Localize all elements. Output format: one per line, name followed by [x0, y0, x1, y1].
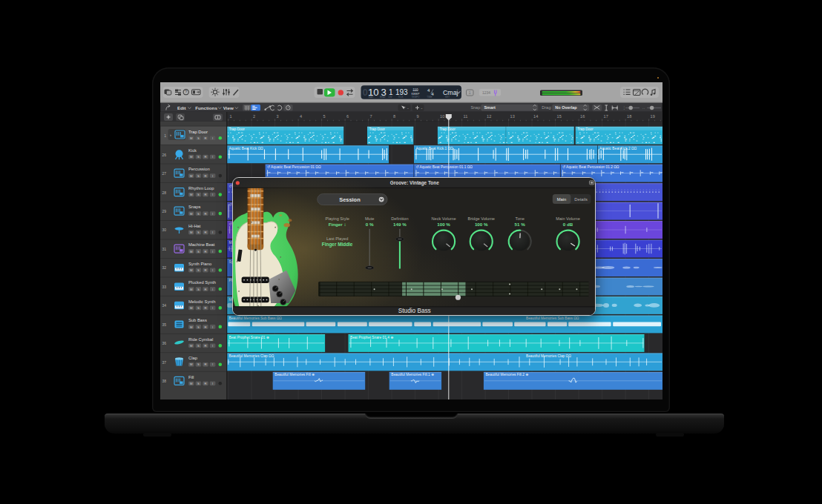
svg-text:Rhythm Loop: Rhythm Loop [188, 185, 214, 190]
svg-text:34: 34 [162, 303, 166, 308]
svg-text:I: I [212, 306, 213, 310]
svg-text:M: M [190, 173, 193, 177]
svg-text:⋮: ⋮ [622, 105, 626, 110]
svg-text:I: I [212, 231, 213, 234]
svg-text:?: ? [185, 90, 187, 94]
svg-text:S: S [197, 268, 200, 272]
svg-text:Groove: Vintage Tone: Groove: Vintage Tone [390, 180, 439, 186]
svg-text:I: I [212, 287, 213, 291]
svg-text:Cmaj: Cmaj [443, 89, 458, 96]
svg-text:Snap:: Snap: [470, 105, 481, 110]
svg-text:Last Played: Last Played [326, 236, 348, 240]
svg-text:KEY: KEY [445, 96, 450, 99]
svg-text:4: 4 [300, 114, 302, 119]
svg-text:0 dB: 0 dB [563, 222, 573, 227]
svg-text:0 %: 0 % [366, 222, 374, 227]
svg-text:R: R [204, 155, 206, 159]
svg-text:37: 37 [162, 359, 166, 364]
svg-text:30: 30 [162, 228, 166, 232]
svg-text:I: I [212, 155, 213, 159]
svg-text:Bridge Volume: Bridge Volume [468, 216, 495, 221]
svg-text:Fill: Fill [188, 374, 194, 379]
svg-text:19: 19 [651, 114, 655, 119]
svg-text:R: R [204, 211, 206, 215]
svg-text:Percussion: Percussion [188, 167, 210, 171]
svg-text:Beautiful Memories Fill.1 ⊕: Beautiful Memories Fill.1 ⊕ [391, 373, 434, 377]
svg-text:↔: ↔ [642, 106, 645, 110]
svg-text:1: 1 [230, 114, 232, 119]
svg-text:36: 36 [162, 341, 166, 345]
svg-text:Beautiful Memories Fill.2 ⊕: Beautiful Memories Fill.2 ⊕ [485, 373, 528, 377]
svg-text:Beautiful Memories Clap ΩΩ: Beautiful Memories Clap ΩΩ [229, 354, 274, 357]
svg-text:Details: Details [574, 197, 588, 202]
svg-text:Definition: Definition [391, 216, 408, 221]
svg-text:Session: Session [339, 196, 361, 203]
svg-text:I: I [212, 325, 213, 328]
svg-text:M: M [190, 268, 193, 272]
svg-text:35: 35 [162, 322, 166, 326]
svg-text:R: R [204, 136, 206, 139]
svg-text:M: M [190, 381, 193, 385]
svg-text:Edit: Edit [177, 105, 186, 110]
svg-text:Hi-Hat: Hi-Hat [188, 223, 201, 228]
svg-text:R: R [204, 173, 206, 177]
svg-text:8: 8 [393, 114, 395, 119]
svg-text:Beat Prophet Snare 01.4 ⊕: Beat Prophet Snare 01.4 ⊕ [350, 335, 393, 339]
svg-text:↺ Aquatic Beat Percussion 01.1: ↺ Aquatic Beat Percussion 01.1 ΩΩ [415, 165, 473, 169]
svg-text:BAR: BAR [369, 96, 374, 99]
svg-text:S: S [197, 287, 200, 291]
svg-text:13: 13 [510, 114, 515, 119]
svg-text:TEMPO: TEMPO [411, 96, 420, 99]
svg-text:S: S [197, 362, 200, 366]
svg-text:100 %: 100 % [475, 222, 488, 227]
svg-text:4: 4 [427, 87, 430, 93]
svg-text:1: 1 [164, 133, 166, 138]
svg-text:M: M [190, 306, 193, 310]
svg-text:51 %: 51 % [515, 222, 526, 227]
svg-text:R: R [204, 306, 206, 310]
svg-text:Snaps: Snaps [188, 205, 201, 209]
svg-text:16: 16 [580, 114, 585, 119]
svg-text:⌄: ⌄ [420, 106, 423, 110]
svg-text:R: R [204, 344, 206, 348]
svg-text:7: 7 [370, 114, 372, 119]
svg-text:I: I [212, 249, 213, 253]
svg-text:TIME: TIME [427, 96, 432, 99]
svg-text:Beat Prophet Snare 01 ⊕: Beat Prophet Snare 01 ⊕ [229, 335, 269, 339]
svg-text:Aquatic Beat Kick.1 ΩΩ: Aquatic Beat Kick.1 ΩΩ [416, 146, 454, 150]
svg-text:Functions: Functions [195, 105, 217, 110]
svg-text:6: 6 [346, 114, 349, 119]
svg-text:1: 1 [469, 90, 471, 95]
svg-text:32: 32 [162, 265, 166, 270]
svg-text:38: 38 [162, 379, 166, 383]
svg-text:Main Volume: Main Volume [556, 216, 580, 221]
svg-text:11: 11 [464, 114, 468, 119]
svg-text:M: M [190, 325, 193, 328]
svg-text:Trap Door: Trap Door [188, 129, 208, 133]
svg-text:R: R [204, 249, 206, 253]
svg-text:100 %: 100 % [437, 222, 450, 227]
svg-text:Finger Middle: Finger Middle [322, 241, 353, 247]
svg-text:R: R [204, 268, 206, 272]
svg-text:Beautiful Memories Fill ⊕: Beautiful Memories Fill ⊕ [274, 373, 315, 377]
svg-text:M: M [190, 193, 193, 196]
svg-text:Beautiful Memories Clap ΩΩ: Beautiful Memories Clap ΩΩ [526, 354, 571, 357]
svg-text:R: R [204, 287, 206, 291]
svg-text:View: View [223, 105, 234, 110]
svg-text:31: 31 [162, 246, 166, 251]
svg-text:Neck Volume: Neck Volume [432, 216, 456, 221]
svg-text:M: M [190, 231, 193, 234]
svg-text:Synth Piano: Synth Piano [188, 261, 211, 265]
svg-text:Beautiful Memories Sub Bass Ω: Beautiful Memories Sub Bass ΩΩ [229, 316, 283, 320]
svg-text:S: S [197, 231, 200, 234]
svg-text:R: R [204, 231, 206, 234]
svg-text:M: M [190, 211, 193, 215]
svg-text:10: 10 [440, 114, 444, 119]
svg-text:Plucked Synth: Plucked Synth [188, 280, 216, 285]
svg-text:Sub Bass: Sub Bass [188, 318, 207, 322]
svg-text:33: 33 [162, 284, 166, 288]
svg-text:29: 29 [162, 209, 166, 213]
svg-text:R: R [204, 325, 206, 328]
svg-text:S: S [197, 136, 200, 139]
svg-text:Ride Cymbal: Ride Cymbal [188, 336, 213, 341]
